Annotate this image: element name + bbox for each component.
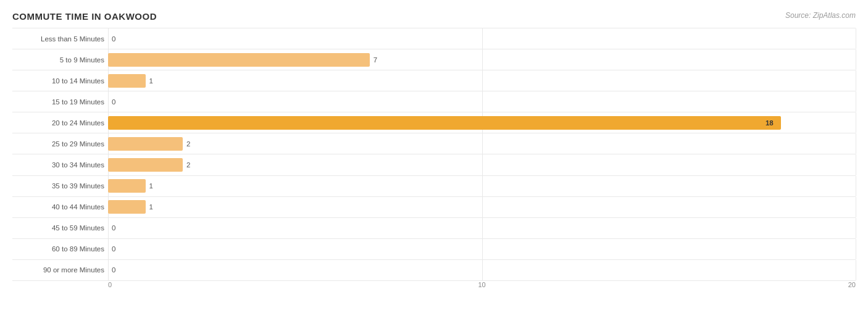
bar-fill: [108, 74, 146, 88]
bar-row: Less than 5 Minutes0: [12, 28, 856, 49]
bar-label: 30 to 34 Minutes: [12, 161, 108, 169]
x-axis-tick: 10: [478, 281, 485, 288]
bar-row: 20 to 24 Minutes18: [12, 112, 856, 133]
bar-row: 40 to 44 Minutes1: [12, 197, 856, 218]
bar-row: 5 to 9 Minutes7: [12, 49, 856, 70]
chart-area: Less than 5 Minutes05 to 9 Minutes710 to…: [12, 28, 856, 293]
bar-label: 5 to 9 Minutes: [12, 56, 108, 64]
bar-row: 35 to 39 Minutes1: [12, 176, 856, 197]
bar-track: 1: [108, 70, 856, 91]
chart-title: COMMUTE TIME IN OAKWOOD: [12, 11, 856, 22]
x-axis-container: 01020: [108, 281, 856, 293]
bar-value: 2: [186, 140, 190, 148]
bars-section: Less than 5 Minutes05 to 9 Minutes710 to…: [12, 28, 856, 281]
bar-fill: [108, 116, 781, 130]
bar-track: 2: [108, 154, 856, 175]
bar-label: 35 to 39 Minutes: [12, 182, 108, 190]
source-label: Source: ZipAtlas.com: [785, 11, 856, 20]
bar-value: 0: [112, 266, 115, 274]
bar-value: 0: [112, 245, 115, 253]
bar-fill: [108, 179, 146, 193]
bar-value: 7: [373, 56, 377, 64]
bar-row: 30 to 34 Minutes2: [12, 154, 856, 175]
bar-label: Less than 5 Minutes: [12, 35, 108, 43]
bar-value: 18: [766, 119, 774, 127]
bar-row: 90 or more Minutes0: [12, 260, 856, 281]
bar-track: 1: [108, 197, 856, 217]
bar-value: 1: [149, 182, 153, 190]
bar-value: 2: [186, 161, 190, 169]
bar-row: 60 to 89 Minutes0: [12, 239, 856, 260]
bar-track: 0: [108, 28, 856, 49]
bar-label: 45 to 59 Minutes: [12, 224, 108, 232]
bar-label: 15 to 19 Minutes: [12, 98, 108, 106]
chart-container: COMMUTE TIME IN OAKWOOD Source: ZipAtlas…: [0, 0, 868, 323]
bar-row: 45 to 59 Minutes0: [12, 218, 856, 239]
bar-track: 7: [108, 49, 856, 70]
bar-row: 25 to 29 Minutes2: [12, 133, 856, 154]
bar-track: 0: [108, 260, 856, 280]
bar-label: 20 to 24 Minutes: [12, 119, 108, 127]
bar-value: 0: [112, 224, 115, 232]
bar-track: 0: [108, 91, 856, 112]
bar-track: 0: [108, 239, 856, 259]
bar-track: 2: [108, 133, 856, 154]
x-axis-tick: 20: [848, 281, 856, 288]
bar-label: 90 or more Minutes: [12, 266, 108, 274]
bar-value: 0: [112, 35, 115, 43]
x-axis-tick: 0: [108, 281, 112, 288]
bar-track: 18: [108, 112, 856, 133]
bar-fill: [108, 158, 183, 172]
bar-fill: [108, 53, 370, 67]
bar-value: 1: [149, 77, 153, 85]
bar-label: 60 to 89 Minutes: [12, 245, 108, 253]
bar-label: 10 to 14 Minutes: [12, 77, 108, 85]
bar-track: 1: [108, 176, 856, 196]
bar-label: 25 to 29 Minutes: [12, 140, 108, 148]
bar-label: 40 to 44 Minutes: [12, 203, 108, 211]
bar-value: 0: [112, 98, 115, 106]
bar-track: 0: [108, 218, 856, 238]
bar-value: 1: [149, 203, 153, 211]
bar-row: 15 to 19 Minutes0: [12, 91, 856, 112]
bar-fill: [108, 200, 146, 214]
bar-fill: [108, 137, 183, 151]
bar-row: 10 to 14 Minutes1: [12, 70, 856, 91]
